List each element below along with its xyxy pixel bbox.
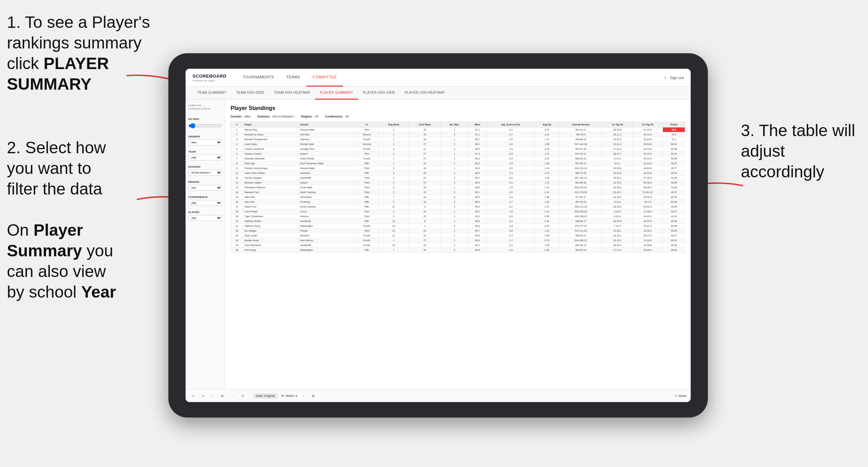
table-row[interactable]: 3 Michael Thorbjornsen Stanford Fourth 2…: [231, 137, 685, 142]
view-label[interactable]: View: Original: [253, 393, 278, 399]
table-row[interactable]: 17 David Ford North Carolina Fifth 21 9 …: [231, 204, 685, 209]
more-btn[interactable]: ···: [229, 393, 236, 399]
cell-conf-rank: 27: [409, 152, 441, 156]
cell-vt50: 25-42-3: [633, 224, 663, 229]
subnav-team-h2h-heatmap[interactable]: TEAM H2H HEATMAP: [269, 87, 315, 100]
cell-vt25: 8-21-5: [602, 214, 633, 219]
cell-vt50: 38-46-4: [633, 185, 663, 190]
sign-out-link[interactable]: Sign out: [670, 76, 684, 80]
grid-btn[interactable]: ⊞: [310, 393, 317, 399]
cell-player: Michael Thorbjornsen: [243, 137, 299, 142]
player-select[interactable]: (All): [188, 215, 222, 221]
no-rds-slider[interactable]: [188, 122, 222, 130]
cell-player: Tiger Christensen: [243, 214, 299, 219]
cell-record: 309-82-21: [559, 233, 602, 238]
cell-points: 60.02: [663, 238, 685, 243]
export-btn[interactable]: ↑: [301, 393, 307, 399]
cell-adj: -0.8: [487, 229, 535, 233]
table-row[interactable]: 11 Gordon Sargent Vanderbilt Third 4 21 …: [231, 176, 685, 180]
cell-reg-rank: 7: [379, 195, 409, 200]
cell-school: Arizona: [299, 214, 355, 219]
cell-record: 533-57-16: [559, 147, 602, 152]
conference-filter: Conference (All): [188, 196, 222, 206]
redo-btn[interactable]: ↪: [200, 393, 207, 399]
cell-reg-rank: 3: [379, 190, 409, 195]
subnav-team-summary[interactable]: TEAM SUMMARY: [192, 87, 231, 100]
division-select[interactable]: NCAA Division I: [188, 170, 222, 176]
table-row[interactable]: 12 Brendan Valdes Auburn Third 5 37 4 68…: [231, 180, 685, 185]
cell-record: 698-54-13: [559, 156, 602, 161]
subnav-player-h2h-grid[interactable]: PLAYER H2H GRID: [358, 87, 400, 100]
region-label: Region: [188, 180, 222, 184]
table-row[interactable]: 10 Jacob Skov Olesen Arkansas Fifth 3 25…: [231, 171, 685, 176]
cell-conf-rank: 27: [409, 156, 441, 161]
conference-summary: Conference: All: [325, 115, 349, 118]
table-row[interactable]: 1 Wenyi Ding Arizona State First 1 15 1 …: [231, 127, 685, 132]
nav-teams[interactable]: TEAMS: [280, 69, 306, 87]
subnav-team-h2h-grid[interactable]: TEAM H2H GRID: [231, 87, 269, 100]
table-row[interactable]: 16 Alex Goff Kentucky Fifth 9 19 0 68.3 …: [231, 200, 685, 204]
undo-btn[interactable]: ↩: [190, 393, 197, 399]
table-row[interactable]: 4 Luke Claton Florida State Second 1 27 …: [231, 142, 685, 147]
cell-reg-rank: 1: [379, 238, 409, 243]
cell-record: 412-179-30: [559, 190, 602, 195]
table-row[interactable]: 22 Ian Gilligan Florida Third 10 24 1 68…: [231, 229, 685, 233]
cell-conf-rank: 9: [409, 204, 441, 209]
cell-rank: 13: [231, 185, 243, 190]
back-btn[interactable]: ‹: [210, 393, 215, 399]
refresh-btn[interactable]: ⟳: [240, 393, 246, 399]
table-row[interactable]: 26 Petr Hruby Washington Fifth 7 25 0 68…: [231, 248, 685, 253]
table-row[interactable]: 9 Preston Summerhays Arizona State Third…: [231, 166, 685, 171]
watch-btn[interactable]: 👁 Watch ▾: [281, 394, 297, 398]
year-select[interactable]: (All) First Second Third Fourth Fifth: [188, 155, 222, 160]
table-row[interactable]: 25 Cole Sherwood Vanderbilt Fourth 12 23…: [231, 243, 685, 248]
region-select[interactable]: N/A All: [188, 185, 222, 191]
cell-reg-rank: 12: [379, 243, 409, 248]
table-row[interactable]: 6 Jackson Koivun Auburn First 2 27 1 67.…: [231, 152, 685, 156]
cell-points: 78.2: [663, 132, 685, 137]
table-row[interactable]: 18 Luke Powell UCLA First 4 24 1 69.1 -1…: [231, 209, 685, 214]
nav-tournaments[interactable]: TOURNAMENTS: [237, 69, 280, 87]
cell-adj: -0.5: [487, 190, 535, 195]
cell-wins: 67.1: [468, 132, 487, 137]
cell-adj: -2.3: [487, 156, 535, 161]
table-row[interactable]: 2 Michael Le Sasso Ole Miss Second 1 18 …: [231, 132, 685, 137]
table-row[interactable]: 14 Maxwell Ford North Carolina Third 3 2…: [231, 190, 685, 195]
cell-school: Texas A&M: [299, 185, 355, 190]
cell-points: 60.69: [663, 229, 685, 233]
cell-player: Mats Ege: [243, 161, 299, 166]
table-row[interactable]: 19 Tiger Christensen Arizona Third 5 23 …: [231, 214, 685, 219]
table-row[interactable]: 5 Christo Lamprecht Georgia Tech Fourth …: [231, 147, 685, 152]
cell-vt50: 57-23-0: [633, 127, 663, 132]
subnav-player-h2h-heatmap[interactable]: PLAYER H2H HEATMAP: [400, 87, 450, 100]
cell-wins: 68.7: [468, 176, 487, 180]
table-row[interactable]: 13 Phichakon Maichon Texas A&M Third 6 3…: [231, 185, 685, 190]
cell-points: 40.96: [663, 180, 685, 185]
conference-select[interactable]: (All): [188, 200, 222, 206]
cell-rank: 9: [231, 166, 243, 171]
subnav-player-summary[interactable]: PLAYER SUMMARY: [315, 87, 358, 100]
table-row[interactable]: 20 Matthew Riedel Vanderbilt Fifth 15 8 …: [231, 219, 685, 224]
cell-rds: 2: [441, 156, 468, 161]
table-row[interactable]: 15 Jake Hall Tennessee Fifth 7 18 8 68.5…: [231, 195, 685, 200]
nav-committee[interactable]: COMMITTEE: [307, 69, 343, 87]
cell-reg-rank: 1: [379, 132, 409, 137]
cell-rank: 22: [231, 229, 243, 233]
gender-select[interactable]: Men Women: [188, 140, 222, 145]
table-row[interactable]: 7 Nicholas Gabrelcik North Florida Fourt…: [231, 156, 685, 161]
copy-btn[interactable]: ⊞: [219, 393, 226, 399]
table-row[interactable]: 8 Mats Ege East Tennessee State Fifth 1 …: [231, 161, 685, 166]
cell-reg-rank: 2: [379, 147, 409, 152]
cell-vt25: 22-26-7: [602, 190, 633, 195]
cell-vt25: 28-15-0: [602, 127, 633, 132]
table-row[interactable]: 23 Jack Lundin Missouri Fourth 11 24 1 6…: [231, 233, 685, 238]
table-row[interactable]: 24 Bastien Amat New Mexico Fourth 1 27 2…: [231, 238, 685, 243]
cell-yr: Second: [355, 132, 379, 137]
table-header-row: # Player School Yr Reg Rank Conf Rank No…: [231, 122, 685, 127]
cell-points: 49.42: [663, 161, 685, 166]
share-btn[interactable]: ↗ Share: [675, 394, 687, 398]
table-row[interactable]: 21 Taehoon Song Washington Fourth 23 1 0…: [231, 224, 685, 229]
cell-rank: 7: [231, 156, 243, 161]
cell-adj: -1.5: [487, 171, 535, 176]
cell-rank: 19: [231, 214, 243, 219]
